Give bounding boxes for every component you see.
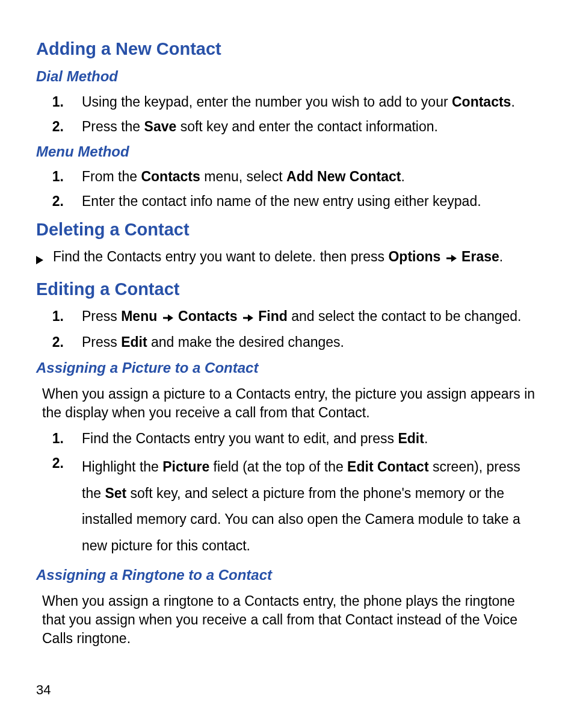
bold-text: Options — [388, 249, 440, 264]
manual-page: Adding a New Contact Dial Method 1.Using… — [0, 0, 574, 728]
list-number: 1. — [36, 167, 82, 186]
paragraph-assign-ringtone: When you assign a ringtone to a Contacts… — [42, 592, 538, 648]
heading-assign-picture: Assigning a Picture to a Contact — [36, 358, 538, 378]
list-body: Press Menu Contacts Find and select the … — [82, 307, 538, 327]
list-item: 2.Press the Save soft key and enter the … — [36, 117, 538, 136]
heading-dial-method: Dial Method — [36, 67, 538, 86]
triangle-bullet-icon — [36, 247, 49, 269]
bold-text: Contacts — [452, 94, 511, 110]
list-number: 2. — [36, 192, 82, 211]
bold-text: Edit Contact — [347, 459, 428, 474]
list-item: 1.From the Contacts menu, select Add New… — [36, 167, 538, 186]
list-item: 2.Highlight the Picture field (at the to… — [36, 454, 538, 559]
list-item: 1.Press Menu Contacts Find and select th… — [36, 307, 538, 327]
list-number: 2. — [36, 333, 82, 352]
list-body: Enter the contact info name of the new e… — [82, 192, 538, 211]
list-item: 1.Find the Contacts entry you want to ed… — [36, 429, 538, 448]
bullet-deleting-contact: Find the Contacts entry you want to dele… — [36, 247, 538, 269]
bold-text: Erase — [461, 249, 499, 264]
bold-text: Set — [105, 485, 126, 501]
bold-text: Find — [258, 308, 288, 324]
arrow-right-icon — [241, 308, 255, 327]
bold-text: Edit — [398, 431, 424, 446]
bold-text: Contacts — [141, 169, 200, 184]
svg-marker-4 — [168, 314, 173, 322]
list-editing-contact: 1.Press Menu Contacts Find and select th… — [36, 307, 538, 352]
bold-text: Contacts — [178, 308, 237, 324]
list-menu-method: 1.From the Contacts menu, select Add New… — [36, 167, 538, 211]
list-body: Using the keypad, enter the number you w… — [82, 93, 538, 111]
list-body: Press Edit and make the desired changes. — [82, 333, 538, 352]
list-item: 1.Using the keypad, enter the number you… — [36, 93, 538, 111]
heading-menu-method: Menu Method — [36, 142, 538, 161]
list-body: Press the Save soft key and enter the co… — [82, 117, 538, 136]
svg-marker-6 — [248, 314, 253, 322]
list-number: 1. — [36, 429, 82, 448]
bold-text: Edit — [121, 334, 147, 350]
bullet-text: Find the Contacts entry you want to dele… — [49, 247, 538, 267]
bold-text: Picture — [162, 459, 209, 474]
list-item: 2.Enter the contact info name of the new… — [36, 192, 538, 211]
list-body: Highlight the Picture field (at the top … — [82, 454, 538, 559]
heading-assign-ringtone: Assigning a Ringtone to a Contact — [36, 565, 538, 585]
arrow-right-icon — [445, 249, 458, 267]
list-number: 1. — [36, 307, 82, 326]
paragraph-assign-picture: When you assign a picture to a Contacts … — [42, 385, 538, 422]
list-number: 2. — [36, 117, 82, 136]
bold-text: Menu — [121, 308, 157, 324]
list-number: 2. — [36, 454, 82, 473]
page-number: 34 — [36, 681, 51, 699]
bold-text: Save — [144, 119, 177, 134]
svg-marker-2 — [451, 255, 457, 262]
heading-adding-new-contact: Adding a New Contact — [36, 37, 538, 61]
bold-text: Add New Contact — [286, 169, 401, 184]
list-number: 1. — [36, 93, 82, 111]
list-dial-method: 1.Using the keypad, enter the number you… — [36, 93, 538, 136]
list-assign-picture: 1.Find the Contacts entry you want to ed… — [36, 429, 538, 559]
svg-marker-0 — [36, 256, 43, 264]
heading-editing-contact: Editing a Contact — [36, 278, 538, 301]
list-body: Find the Contacts entry you want to edit… — [82, 429, 538, 448]
list-item: 2.Press Edit and make the desired change… — [36, 333, 538, 352]
list-body: From the Contacts menu, select Add New C… — [82, 167, 538, 186]
arrow-right-icon — [161, 308, 174, 327]
heading-deleting-contact: Deleting a Contact — [36, 218, 538, 241]
